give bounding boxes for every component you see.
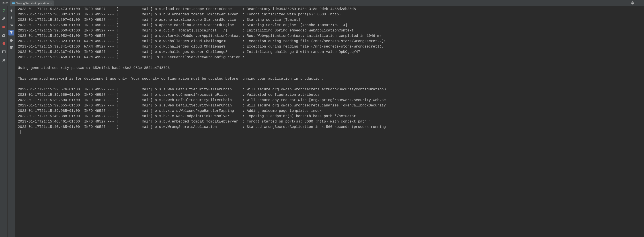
run-header-right: [630, 1, 642, 5]
svg-rect-2: [637, 3, 640, 3]
print-icon[interactable]: [9, 38, 14, 43]
log-line: 2023-01-17T21:15:38.898+01:00 INFO 49527…: [18, 23, 644, 28]
log-line: This generated password is for developme…: [18, 76, 644, 81]
soft-wrap-icon[interactable]: [9, 23, 14, 27]
close-tab-icon[interactable]: ×: [50, 2, 52, 5]
log-line: 2023-01-17T21:15:39.985+01:00 INFO 49527…: [18, 108, 644, 114]
log-line: 2023-01-17T21:15:39.590+01:00 INFO 49527…: [18, 98, 644, 103]
layout-icon[interactable]: [2, 50, 6, 54]
run-config-tab[interactable]: WrongSecretsApplication ×: [10, 1, 54, 6]
log-line: Using generated security password: 652e1…: [18, 65, 644, 71]
stop-icon[interactable]: [2, 25, 6, 29]
camera-icon[interactable]: [2, 33, 6, 38]
trash-icon[interactable]: [9, 45, 14, 50]
wrench-icon[interactable]: [2, 17, 6, 21]
run-config-name: WrongSecretsApplication: [16, 2, 49, 5]
log-line: 2023-01-17T21:15:39.655+01:00 INFO 49527…: [18, 103, 644, 108]
log-line: 2023-01-17T21:15:39.050+01:00 INFO 49527…: [18, 28, 644, 33]
spring-boot-icon: [12, 2, 15, 5]
up-arrow-icon[interactable]: [9, 8, 14, 13]
scroll-to-end-icon[interactable]: [8, 30, 14, 36]
log-line: 2023-01-17T21:15:40.485+01:00 INFO 49527…: [18, 124, 644, 130]
svg-rect-3: [2, 26, 5, 28]
pin-icon[interactable]: [2, 58, 6, 62]
run-body: 2023-01-17T21:15:38.473+01:00 INFO 49527…: [0, 6, 644, 237]
exit-icon[interactable]: [2, 41, 6, 46]
down-arrow-icon[interactable]: [9, 16, 14, 20]
log-line: 2023-01-17T21:15:38.897+01:00 INFO 49527…: [18, 17, 644, 23]
log-line: 2023-01-17T21:15:38.473+01:00 INFO 49527…: [18, 7, 644, 12]
log-line: [18, 71, 644, 76]
run-action-toolbar: [0, 6, 8, 237]
log-line: 2023-01-17T21:15:40.461+01:00 INFO 49527…: [18, 119, 644, 124]
text-cursor: [20, 130, 21, 134]
log-line: [18, 60, 644, 65]
run-label: Run:: [2, 1, 8, 5]
run-header-left: Run: WrongSecretsApplication ×: [2, 0, 54, 6]
log-line: 2023-01-17T21:15:39.589+01:00 INFO 49527…: [18, 92, 644, 98]
svg-rect-5: [2, 51, 3, 53]
log-line: 2023-01-17T21:15:39.052+01:00 INFO 49527…: [18, 33, 644, 39]
log-line: 2023-01-17T21:15:39.341+01:00 WARN 49527…: [18, 44, 644, 49]
log-line: 2023-01-17T21:15:38.882+01:00 INFO 49527…: [18, 12, 644, 17]
log-line: [18, 81, 644, 87]
console-output[interactable]: 2023-01-17T21:15:38.473+01:00 INFO 49527…: [15, 6, 644, 237]
console-action-toolbar: [8, 6, 15, 237]
rerun-icon[interactable]: [2, 8, 6, 13]
gear-icon[interactable]: [630, 1, 634, 5]
log-line: 2023-01-17T21:15:39.576+01:00 INFO 49527…: [18, 87, 644, 92]
run-tool-header: Run: WrongSecretsApplication ×: [0, 0, 644, 6]
log-line: 2023-01-17T21:15:40.388+01:00 INFO 49527…: [18, 114, 644, 119]
svg-rect-1: [12, 2, 15, 3]
log-line: 2023-01-17T21:15:39.323+01:00 WARN 49527…: [18, 39, 644, 44]
log-line: 2023-01-17T21:15:39.458+01:00 WARN 49527…: [18, 55, 644, 60]
log-line: 2023-01-17T21:15:39.367+01:00 INFO 49527…: [18, 49, 644, 55]
minimize-icon[interactable]: [636, 1, 641, 5]
